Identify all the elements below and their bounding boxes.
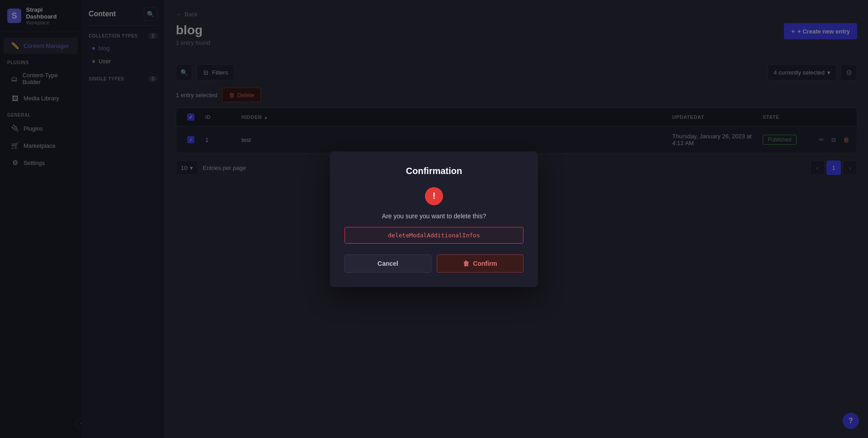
modal-code: deleteModalAdditionalInfos	[344, 227, 524, 244]
modal-overlay: Confirmation ! Are you sure you want to …	[0, 0, 868, 438]
confirmation-modal: Confirmation ! Are you sure you want to …	[330, 151, 538, 287]
confirm-button[interactable]: 🗑 Confirm	[437, 254, 524, 273]
modal-icon: !	[344, 187, 524, 205]
cancel-label: Cancel	[377, 260, 398, 267]
warning-icon: !	[425, 187, 443, 205]
warning-symbol: !	[433, 191, 436, 201]
modal-question: Are you sure you want to delete this?	[344, 212, 524, 220]
modal-actions: Cancel 🗑 Confirm	[344, 254, 524, 273]
cancel-button[interactable]: Cancel	[344, 254, 431, 273]
modal-title: Confirmation	[344, 166, 524, 176]
confirm-label: Confirm	[473, 260, 497, 267]
trash-icon: 🗑	[463, 260, 469, 267]
